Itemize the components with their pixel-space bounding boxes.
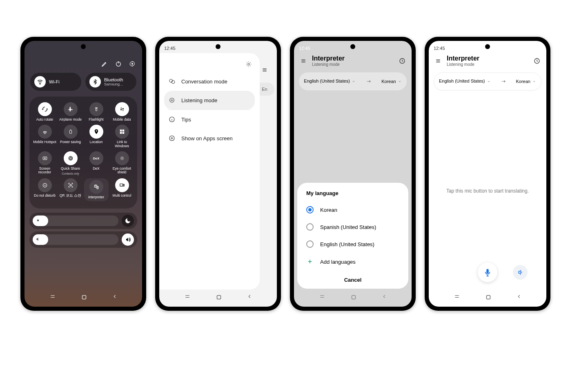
history-icon[interactable]	[399, 57, 406, 65]
clock: 12:45	[299, 46, 310, 51]
svg-rect-30	[352, 296, 355, 299]
nav-back[interactable]	[516, 294, 522, 301]
bt-label: Bluetooth	[104, 77, 123, 82]
nav-home[interactable]	[80, 294, 88, 301]
data-icon	[115, 102, 129, 116]
svg-rect-16	[70, 185, 71, 186]
tile-multi-control[interactable]: Multi control	[110, 178, 134, 201]
svg-rect-9	[120, 132, 122, 134]
listening-icon	[168, 96, 176, 104]
svg-point-14	[121, 157, 123, 159]
nav-home[interactable]	[485, 294, 492, 301]
svg-point-4	[45, 133, 45, 134]
tile-dex[interactable]: DeXDeX	[84, 151, 109, 175]
gear-icon[interactable]	[245, 61, 252, 68]
tile-link-windows[interactable]: Link to Windows	[110, 125, 134, 148]
qr-icon	[64, 178, 78, 192]
lang-option-english[interactable]: English (United States)	[297, 236, 408, 253]
flashlight-icon	[89, 102, 103, 116]
sheet-title: My language	[297, 190, 408, 201]
power-icon[interactable]	[115, 61, 122, 67]
multi-icon	[115, 178, 129, 192]
tile-airplane[interactable]: Airplane mode	[58, 102, 83, 121]
wifi-icon	[34, 76, 46, 88]
nav-recents[interactable]	[49, 294, 56, 301]
tile-auto-rotate[interactable]: Auto rotate	[33, 102, 57, 121]
svg-point-2	[40, 84, 40, 84]
language-bottom-sheet: My language Korean Spanish (United State…	[297, 183, 408, 289]
menu-conversation-mode[interactable]: Conversation mode	[164, 72, 255, 91]
airplane-icon	[64, 102, 78, 116]
speaker-icon	[517, 269, 523, 276]
tile-flashlight[interactable]: Flashlight	[84, 102, 109, 121]
speaker-button[interactable]	[513, 265, 528, 280]
bluetooth-tile[interactable]: BluetoothSamsung…	[85, 73, 136, 91]
page-subtitle: Listening mode	[312, 62, 394, 67]
nav-back[interactable]	[381, 294, 387, 301]
volume-slider[interactable]	[29, 231, 137, 248]
lang-from-selector[interactable]: English (United States)	[439, 79, 491, 84]
phone-interpreter-main: 12:45 Interpreter Listening mode English…	[425, 37, 550, 311]
svg-point-22	[248, 63, 250, 65]
info-icon	[168, 116, 176, 123]
tile-screen-recorder[interactable]: Screen recorder	[33, 151, 57, 175]
tile-power-saving[interactable]: Power saving	[58, 125, 83, 148]
gear-icon[interactable]	[129, 61, 136, 67]
mic-button[interactable]	[478, 263, 497, 282]
hamburger-icon[interactable]	[434, 58, 442, 64]
history-icon[interactable]	[533, 57, 541, 65]
menu-show-on-apps[interactable]: Show on Apps screen	[164, 129, 255, 148]
dark-mode-toggle[interactable]	[122, 215, 134, 227]
lang-to-selector[interactable]: Korean	[516, 79, 536, 84]
nav-home[interactable]	[350, 294, 357, 301]
menu-listening-mode[interactable]: Listening mode	[164, 91, 255, 110]
tile-location[interactable]: Location	[84, 125, 109, 148]
edit-icon[interactable]	[101, 61, 108, 67]
bluetooth-icon	[89, 76, 101, 88]
share-icon	[64, 151, 78, 165]
lang-to-selector[interactable]: Korean	[381, 79, 401, 84]
lang-option-spanish[interactable]: Spanish (United States)	[297, 218, 408, 236]
add-languages[interactable]: +Add languages	[297, 253, 408, 271]
svg-rect-21	[82, 296, 86, 299]
svg-rect-10	[122, 132, 124, 134]
tile-eye-comfort[interactable]: Eye comfort shield	[110, 151, 134, 175]
arrow-right-icon	[366, 79, 372, 84]
wifi-tile[interactable]: Wi-Fi	[30, 73, 81, 91]
svg-point-6	[96, 130, 97, 132]
tile-qr-scan[interactable]: QR 코드 스캔	[58, 178, 83, 201]
nav-back[interactable]	[112, 294, 118, 301]
page-title: Interpreter	[312, 55, 394, 62]
windows-icon	[115, 125, 129, 139]
eye-icon	[115, 151, 129, 165]
radio-icon	[306, 223, 314, 231]
lang-from-selector[interactable]: English (United States)	[304, 79, 356, 84]
menu-tips[interactable]: Tips	[164, 110, 255, 129]
brightness-slider[interactable]	[29, 213, 137, 229]
nav-recents[interactable]	[318, 294, 326, 301]
svg-rect-33	[486, 296, 490, 299]
svg-rect-3	[96, 108, 97, 111]
language-bar: English (United States) Korean	[434, 72, 541, 90]
tile-interpreter[interactable]: Interpreter	[84, 178, 109, 201]
hamburger-icon[interactable]	[300, 58, 307, 64]
cancel-button[interactable]: Cancel	[297, 271, 408, 285]
quick-settings-grid: Auto rotate Airplane mode Flashlight Mob…	[29, 96, 137, 209]
nav-home[interactable]	[215, 294, 223, 301]
nav-recents[interactable]	[184, 294, 191, 301]
tile-mobile-data[interactable]: Mobile data	[110, 102, 134, 121]
dnd-icon	[38, 178, 52, 192]
mic-icon	[483, 268, 492, 277]
tile-hotspot[interactable]: Mobile Hotspot	[33, 125, 57, 148]
nav-recents[interactable]	[453, 294, 461, 301]
svg-rect-7	[120, 130, 122, 132]
tile-dnd[interactable]: Do not disturb	[33, 178, 57, 201]
tile-quick-share[interactable]: Quick ShareContacts only	[58, 151, 83, 175]
lang-option-korean[interactable]: Korean	[297, 201, 408, 218]
nav-back[interactable]	[247, 294, 252, 301]
svg-point-20	[37, 219, 39, 221]
location-icon	[89, 125, 103, 139]
arrow-right-icon	[501, 79, 506, 84]
volume-toggle[interactable]	[122, 233, 134, 246]
radio-icon	[306, 240, 314, 248]
